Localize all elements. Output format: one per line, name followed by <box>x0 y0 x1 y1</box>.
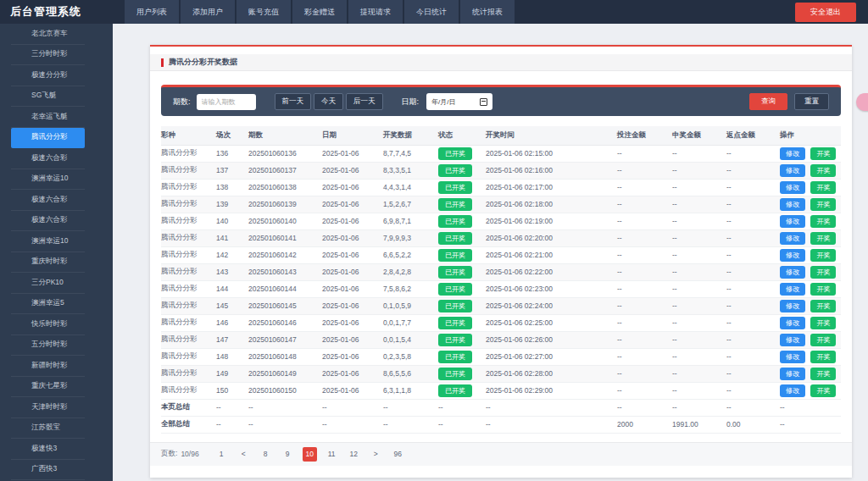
draw-button[interactable]: 开奖 <box>810 300 836 312</box>
topbar-tab[interactable]: 统计报表 <box>460 0 515 24</box>
query-button[interactable]: 查询 <box>749 93 787 110</box>
cell-draw-numbers: 0,0,1,5,4 <box>383 331 438 348</box>
table-row: 腾讯分分彩 142 202501060142 2025-01-06 6,6,5,… <box>161 246 841 263</box>
topbar-tab[interactable]: 添加用户 <box>181 0 235 24</box>
sidebar-item[interactable]: 极速六合彩 <box>11 148 85 169</box>
sidebar-item[interactable]: 澳洲幸运5 <box>11 294 85 315</box>
edit-button[interactable]: 修改 <box>780 317 805 329</box>
edit-button[interactable]: 修改 <box>780 384 805 397</box>
cell-period: 202501060138 <box>248 179 322 196</box>
sidebar-item[interactable]: 三分PK10 <box>11 273 85 294</box>
draw-button[interactable]: 开奖 <box>810 198 836 211</box>
sidebar-item[interactable]: 老北京赛车 <box>11 24 85 45</box>
sidebar-item[interactable]: 腾讯分分彩 <box>11 128 85 149</box>
sidebar-item[interactable]: 老幸运飞艇 <box>11 107 85 128</box>
table-row: 腾讯分分彩 141 202501060141 2025-01-06 7,9,9,… <box>161 229 841 246</box>
edit-button[interactable]: 修改 <box>780 147 805 160</box>
cell-draw-numbers: 2,8,4,2,8 <box>383 263 438 280</box>
date-input[interactable]: 年/月/日 <box>426 93 492 110</box>
table-row: 腾讯分分彩 143 202501060143 2025-01-06 2,8,4,… <box>161 263 841 280</box>
day-button[interactable]: 后一天 <box>346 93 383 110</box>
draw-button[interactable]: 开奖 <box>810 181 836 194</box>
edit-button[interactable]: 修改 <box>780 232 805 245</box>
status-badge: 已开奖 <box>438 351 472 363</box>
draw-button[interactable]: 开奖 <box>810 215 836 228</box>
topbar-tab[interactable]: 用户列表 <box>125 0 179 24</box>
cell-session: 148 <box>216 348 248 365</box>
edit-button[interactable]: 修改 <box>780 249 805 262</box>
period-input[interactable] <box>197 94 256 110</box>
page-button[interactable]: 96 <box>391 447 405 462</box>
page-button[interactable]: 12 <box>347 447 361 462</box>
day-button[interactable]: 今天 <box>314 93 343 110</box>
cell-lottery-type: 腾讯分分彩 <box>161 297 216 314</box>
topbar-tab[interactable]: 提现请求 <box>348 0 403 24</box>
sidebar-item[interactable]: 极速六合彩 <box>11 190 85 211</box>
draw-button[interactable]: 开奖 <box>810 351 836 363</box>
draw-button[interactable]: 开奖 <box>810 164 836 177</box>
edit-button[interactable]: 修改 <box>780 283 805 296</box>
cell-win-amount: -- <box>672 365 726 382</box>
sidebar-item[interactable]: 澳洲幸运10 <box>11 231 85 252</box>
sidebar-item[interactable]: 五分时时彩 <box>11 335 85 357</box>
cell-date: 2025-01-06 <box>322 263 383 280</box>
floating-badge[interactable] <box>856 93 868 111</box>
topbar-tab[interactable]: 今日统计 <box>404 0 459 24</box>
draw-button[interactable]: 开奖 <box>810 334 836 346</box>
sidebar-item[interactable]: 极速分分彩 <box>11 65 85 86</box>
edit-button[interactable]: 修改 <box>780 215 805 228</box>
edit-button[interactable]: 修改 <box>780 334 805 346</box>
cell-draw-time: 2025-01-06 02:22:00 <box>486 263 617 280</box>
page-count-label: 页数: <box>161 449 177 459</box>
sidebar-item[interactable]: 广西快3 <box>11 460 85 481</box>
topbar-tab[interactable]: 彩金赠送 <box>292 0 347 24</box>
page-button[interactable]: < <box>236 447 251 462</box>
edit-button[interactable]: 修改 <box>780 368 805 380</box>
sidebar-item[interactable]: 新疆时时彩 <box>11 356 85 377</box>
day-button[interactable]: 前一天 <box>275 93 312 110</box>
sidebar-item[interactable]: 重庆时时彩 <box>11 252 85 274</box>
sidebar-item[interactable]: 三分时时彩 <box>11 45 85 66</box>
draw-button[interactable]: 开奖 <box>810 249 836 262</box>
draw-button[interactable]: 开奖 <box>810 147 836 160</box>
sidebar-item[interactable]: 江苏骰宝 <box>11 418 85 440</box>
page-button[interactable]: 11 <box>325 447 339 462</box>
logout-button[interactable]: 安全退出 <box>795 3 856 22</box>
sidebar-item[interactable]: SG飞艇 <box>11 86 85 108</box>
sidebar-item[interactable]: 重庆七星彩 <box>11 377 85 398</box>
cell-session: 142 <box>216 246 248 263</box>
edit-button[interactable]: 修改 <box>780 351 805 363</box>
sidebar-item[interactable]: 极速六合彩 <box>11 211 85 232</box>
cell-draw-time: 2025-01-06 02:16:00 <box>486 162 617 179</box>
page-button[interactable]: 1 <box>214 447 229 462</box>
edit-button[interactable]: 修改 <box>780 181 805 194</box>
sidebar-item[interactable]: 澳洲幸运10 <box>11 169 85 191</box>
draw-button[interactable]: 开奖 <box>810 317 836 329</box>
sidebar-item[interactable]: 天津时时彩 <box>11 397 85 418</box>
sidebar-item[interactable]: 快乐时时彩 <box>11 314 85 335</box>
draw-button[interactable]: 开奖 <box>810 368 836 380</box>
page-button[interactable]: 10 <box>303 447 317 462</box>
summary-action: -- <box>780 416 841 433</box>
page-button[interactable]: > <box>369 447 383 462</box>
edit-button[interactable]: 修改 <box>780 266 805 279</box>
status-badge: 已开奖 <box>438 232 472 245</box>
edit-button[interactable]: 修改 <box>780 198 805 211</box>
status-badge: 已开奖 <box>438 266 472 279</box>
page-button[interactable]: 8 <box>259 447 273 462</box>
column-header: 开奖时间 <box>486 126 617 145</box>
column-header: 彩种 <box>161 126 216 145</box>
reset-button[interactable]: 重置 <box>794 93 829 110</box>
edit-button[interactable]: 修改 <box>780 164 805 177</box>
topbar-tab[interactable]: 账号充值 <box>236 0 291 24</box>
sidebar-item[interactable]: 极速快3 <box>11 439 85 460</box>
draw-button[interactable]: 开奖 <box>810 283 836 296</box>
draw-button[interactable]: 开奖 <box>810 266 836 279</box>
edit-button[interactable]: 修改 <box>780 300 805 312</box>
cell-date: 2025-01-06 <box>322 314 383 331</box>
page-button[interactable]: 9 <box>281 447 295 462</box>
draw-button[interactable]: 开奖 <box>810 232 836 245</box>
cell-draw-numbers: 7,9,9,9,3 <box>383 229 438 246</box>
draw-button[interactable]: 开奖 <box>810 384 836 397</box>
table-row: 腾讯分分彩 145 202501060145 2025-01-06 0,1,0,… <box>161 297 841 314</box>
